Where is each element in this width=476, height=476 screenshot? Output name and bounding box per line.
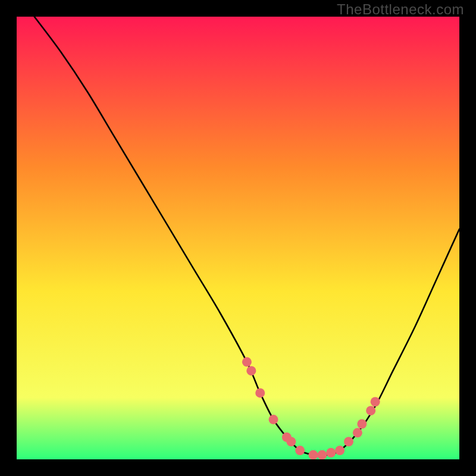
highlight-dot: [317, 450, 327, 459]
highlight-dot: [344, 437, 353, 446]
chart-outer-frame: TheBottleneck.com: [0, 0, 476, 476]
watermark-text: TheBottleneck.com: [337, 1, 464, 18]
highlight-dot: [308, 450, 318, 459]
highlight-dot: [366, 406, 375, 415]
highlight-dot: [353, 428, 362, 437]
highlight-dot: [326, 448, 336, 458]
highlight-dot: [255, 388, 265, 397]
highlight-dot: [242, 357, 252, 367]
highlight-dot: [371, 397, 380, 406]
gradient-background: [17, 17, 459, 459]
highlight-dot: [357, 419, 367, 428]
plot-area: [17, 17, 459, 459]
bottleneck-chart: [17, 17, 459, 459]
highlight-dot: [269, 415, 278, 424]
highlight-dot: [246, 366, 256, 375]
highlight-dot: [335, 446, 345, 455]
highlight-dot: [286, 437, 296, 446]
highlight-dot: [295, 446, 305, 455]
